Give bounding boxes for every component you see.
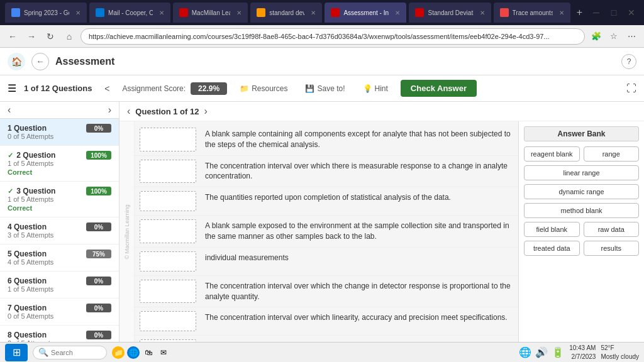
tab-spring2023[interactable]: Spring 2023 - Google... ✕ [5, 3, 87, 23]
sidebar-q4-attempts: 3 of 5 Attempts [8, 231, 111, 239]
back-nav-button[interactable]: ← [31, 53, 49, 70]
tab-close-icon[interactable]: ✕ [236, 9, 242, 16]
tab-close-icon[interactable]: ✕ [559, 9, 564, 16]
answer-chip-reagent-blank[interactable]: reagent blank [524, 146, 580, 162]
answer-dropzone-5[interactable] [140, 251, 196, 272]
tab-close-icon[interactable]: ✕ [159, 9, 164, 16]
search-box[interactable]: 🔍 [33, 346, 107, 359]
sidebar-q2-progress-bar: 100% [86, 151, 111, 160]
sidebar-q1-progress-bar: 0% [86, 124, 111, 133]
tab-close-icon[interactable]: ✕ [480, 9, 485, 16]
tab-stddev[interactable]: standard deviation ca... ✕ [250, 3, 322, 23]
answer-bank: Answer Bank reagent blank range linear r… [518, 121, 644, 342]
refresh-button[interactable]: ↻ [43, 29, 58, 44]
answer-dropzone-7[interactable] [140, 311, 196, 331]
tab-label: Assessment - Instrum... [343, 9, 389, 16]
sidebar-prev-button[interactable]: ‹ [8, 104, 11, 116]
help-button[interactable]: ? [621, 54, 636, 69]
table-row: A blank sample exposed to the environmen… [135, 216, 518, 248]
question-number-label: Question 1 of 12 [135, 107, 199, 116]
answer-dropzone-1[interactable] [140, 128, 196, 151]
menu-icon[interactable]: ☰ [8, 82, 16, 94]
answer-dropzone-2[interactable] [140, 160, 196, 184]
minimize-button[interactable]: ─ [589, 5, 604, 20]
sidebar-q6-title: 6 Question [8, 277, 47, 285]
sidebar-q1-attempts: 0 of 5 Attempts [8, 133, 111, 140]
store-icon[interactable]: 🛍 [142, 346, 155, 359]
answer-chip-raw-data[interactable]: raw data [584, 222, 640, 237]
volume-icon[interactable]: 🔊 [535, 346, 548, 358]
resources-button[interactable]: 📁 Resources [235, 82, 292, 96]
tab-label: Standard Deviation C... [428, 9, 473, 16]
tab-close-icon[interactable]: ✕ [395, 9, 400, 16]
sidebar-item-q7[interactable]: 7 Question 0% 0 of 5 Attempts [0, 299, 119, 326]
questions-list: A blank sample containing all components… [135, 121, 518, 342]
save-button[interactable]: 💾 Save to! [300, 82, 350, 96]
favorites-button[interactable]: ☆ [606, 29, 621, 44]
settings-button[interactable]: ⋯ [624, 29, 639, 44]
sidebar-nav: ‹ › [0, 102, 119, 119]
weather-temp: 52°F [601, 344, 639, 353]
add-tab-button[interactable]: + [573, 7, 586, 18]
tab-label: MacMillan Learning [192, 9, 231, 16]
maximize-button[interactable]: □ [606, 5, 621, 20]
answer-dropzone-4[interactable] [140, 219, 196, 243]
answer-chip-dynamic-range[interactable]: dynamic range [524, 184, 639, 199]
sidebar-next-button[interactable]: › [108, 104, 111, 116]
question-nav: ‹ Question 1 of 12 › [119, 102, 644, 121]
system-time[interactable]: 10:43 AM 2/7/2023 [569, 344, 596, 361]
sidebar-item-q4[interactable]: 4 Question 0% 3 of 5 Attempts [0, 217, 119, 244]
close-button[interactable]: ✕ [624, 5, 639, 20]
help-icon: ? [627, 57, 631, 66]
sidebar-q3-progress-text: 100% [91, 188, 107, 195]
tab-assessment[interactable]: Assessment - Instrum... ✕ [325, 3, 406, 23]
mail-icon[interactable]: ✉ [157, 346, 170, 359]
battery-icon[interactable]: 🔋 [552, 346, 564, 358]
sidebar-item-q5[interactable]: 5 Question 75% 4 of 5 Attempts [0, 244, 119, 272]
file-explorer-icon[interactable]: 📁 [112, 346, 125, 359]
edge-icon[interactable]: 🌐 [127, 346, 140, 359]
address-bar[interactable] [80, 28, 585, 45]
sidebar-q2-progress-text: 100% [91, 152, 107, 159]
tab-macmillan[interactable]: MacMillan Learning ✕ [173, 3, 248, 23]
answer-chip-linear-range[interactable]: linear range [524, 165, 639, 180]
sidebar-item-q3[interactable]: ✓ 3 Question 100% 1 of 5 Attempts correc… [0, 182, 119, 217]
tab-close-icon[interactable]: ✕ [311, 9, 316, 16]
sidebar-q8-title: 8 Question [8, 331, 47, 339]
answer-chip-treated-data[interactable]: treated data [524, 241, 580, 256]
home-button[interactable]: ⌂ [62, 29, 77, 44]
answer-dropzone-8[interactable] [140, 339, 196, 342]
question-text-6: The concentration interval over which th… [201, 276, 518, 307]
network-icon[interactable]: 🌐 [519, 346, 531, 358]
tab-close-icon[interactable]: ✕ [75, 9, 80, 16]
sidebar-item-q8[interactable]: 8 Question 0% 0 of 5 Attempts [0, 326, 119, 342]
fullscreen-button[interactable]: ⛶ [626, 83, 636, 94]
question-prev-button[interactable]: ‹ [127, 106, 130, 117]
answer-chip-range[interactable]: range [584, 146, 640, 162]
sidebar-item-q6[interactable]: 6 Question 0% 1 of 5 Attempts [0, 272, 119, 299]
back-button[interactable]: ← [5, 29, 20, 44]
tab-stddev2[interactable]: Standard Deviation C... ✕ [409, 3, 491, 23]
check-answer-button[interactable]: Check Answer [401, 80, 477, 97]
answer-dropzone-3[interactable] [140, 191, 196, 211]
sidebar-q5-progress-bar: 75% [86, 250, 111, 258]
sidebar-item-q1[interactable]: 1 Question 0% 0 of 5 Attempts [0, 119, 119, 146]
answer-dropzone-6[interactable] [140, 280, 196, 304]
main-layout: ‹ › 1 Question 0% 0 of 5 Attempts ✓ 2 Qu… [0, 102, 644, 342]
sidebar-q6-progress-text: 0% [94, 278, 103, 285]
tab-trace[interactable]: Trace amounts of rare... ✕ [494, 3, 570, 23]
question-next-button[interactable]: › [204, 106, 207, 117]
questions-nav-button[interactable]: < [99, 81, 114, 96]
answer-chip-field-blank[interactable]: field blank [524, 222, 580, 237]
forward-button[interactable]: → [24, 29, 39, 44]
answer-chip-results[interactable]: results [584, 241, 640, 256]
extensions-button[interactable]: 🧩 [589, 29, 604, 44]
search-input[interactable] [51, 349, 101, 356]
tab-mail[interactable]: Mail - Cooper, Colby... ✕ [89, 3, 170, 23]
answer-chip-method-blank[interactable]: method blank [524, 203, 639, 218]
start-button[interactable]: ⊞ [5, 344, 28, 361]
hint-button[interactable]: 💡 Hint [358, 82, 393, 96]
sidebar-item-q2[interactable]: ✓ 2 Question 100% 1 of 5 Attempts correc… [0, 146, 119, 182]
save-label: Save to! [317, 84, 345, 93]
browser-bar: ← → ↻ ⌂ 🧩 ☆ ⋯ [0, 25, 644, 48]
